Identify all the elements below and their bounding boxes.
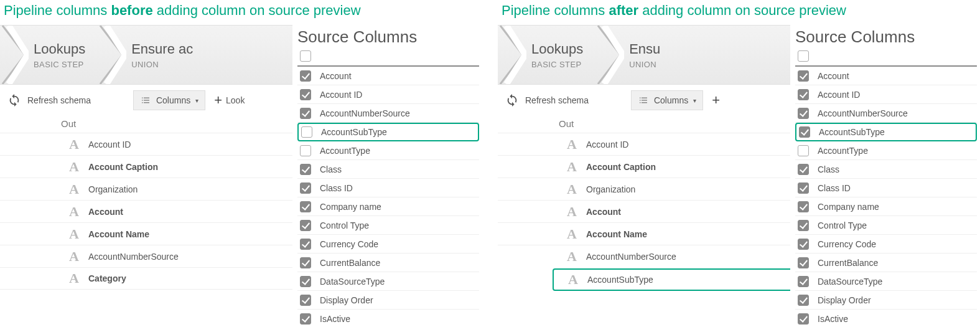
column-checkbox[interactable] xyxy=(301,126,312,138)
source-column-name: Class ID xyxy=(818,183,851,193)
column-checkbox[interactable] xyxy=(300,220,311,231)
step-subtitle: BASIC STEP xyxy=(531,60,582,69)
text-type-icon: A xyxy=(565,249,579,265)
source-columns-list: AccountAccount IDAccountNumberSourceAcco… xyxy=(795,67,977,327)
chevron-icon xyxy=(595,26,624,84)
column-checkbox[interactable] xyxy=(798,276,809,287)
caption-text: Pipeline columns xyxy=(4,2,111,18)
source-columns-panel: Source Columns AccountAccount IDAccountN… xyxy=(292,25,479,327)
step-title: Ensu xyxy=(629,41,660,57)
column-checkbox[interactable] xyxy=(300,108,311,119)
column-checkbox[interactable] xyxy=(798,220,809,231)
column-checkbox[interactable] xyxy=(798,145,809,156)
chevron-icon xyxy=(0,26,29,84)
source-column-row: Control Type xyxy=(795,216,977,235)
text-type-icon: A xyxy=(67,159,81,175)
source-column-name: AccountNumberSource xyxy=(818,108,908,118)
column-checkbox[interactable] xyxy=(300,201,311,212)
source-column-name: Account xyxy=(320,71,352,81)
source-column-row: AccountSubType xyxy=(795,123,977,141)
add-lookup-button[interactable]: + Look xyxy=(214,92,245,108)
column-checkbox[interactable] xyxy=(798,295,809,306)
chevron-icon xyxy=(498,26,526,84)
column-checkbox[interactable] xyxy=(300,257,311,268)
source-column-row: Account ID xyxy=(795,85,977,104)
column-checkbox[interactable] xyxy=(798,108,809,119)
column-checkbox[interactable] xyxy=(300,145,311,156)
source-column-row: CurrentBalance xyxy=(795,254,977,272)
source-column-row: AccountNumberSource xyxy=(297,104,479,123)
source-column-name: AccountType xyxy=(818,146,868,156)
source-column-name: CurrentBalance xyxy=(818,258,878,268)
refresh-schema-button[interactable]: Refresh schema xyxy=(505,93,589,107)
source-column-row: AccountNumberSource xyxy=(795,104,977,123)
text-type-icon: A xyxy=(566,272,580,288)
source-column-name: DataSourceType xyxy=(818,277,882,287)
out-column-name: Account ID xyxy=(88,140,131,149)
column-checkbox[interactable] xyxy=(300,313,311,325)
select-all-checkbox[interactable] xyxy=(300,50,311,62)
columns-dropdown-button[interactable]: Columns ▾ xyxy=(133,90,205,110)
source-column-name: AccountType xyxy=(320,146,370,156)
source-column-name: AccountNumberSource xyxy=(320,108,410,118)
column-checkbox[interactable] xyxy=(799,126,810,138)
source-column-row: Class xyxy=(795,160,977,179)
source-column-row: Display Order xyxy=(297,291,479,310)
source-column-row: IsActive xyxy=(297,310,479,327)
text-type-icon: A xyxy=(67,249,81,265)
list-icon xyxy=(140,95,151,106)
out-column-name: Category xyxy=(88,273,126,283)
caption-after: Pipeline columns after adding column on … xyxy=(498,0,977,25)
column-checkbox[interactable] xyxy=(798,257,809,268)
column-checkbox[interactable] xyxy=(300,164,311,175)
column-checkbox[interactable] xyxy=(798,201,809,212)
select-all-checkbox[interactable] xyxy=(798,50,809,62)
column-checkbox[interactable] xyxy=(300,295,311,306)
column-checkbox[interactable] xyxy=(300,182,311,194)
source-column-name: Class ID xyxy=(320,183,353,193)
column-checkbox[interactable] xyxy=(300,70,311,82)
step-ensure[interactable]: Ensure ac UNION xyxy=(126,35,205,75)
text-type-icon: A xyxy=(565,226,579,242)
out-column-name: Organization xyxy=(88,184,138,194)
source-column-row: AccountSubType xyxy=(297,123,479,141)
step-ensure[interactable]: Ensu UNION xyxy=(624,35,673,75)
refresh-label: Refresh schema xyxy=(27,95,91,105)
add-button[interactable]: + xyxy=(712,92,720,108)
column-checkbox[interactable] xyxy=(798,89,809,100)
source-column-row: Class xyxy=(297,160,479,179)
text-type-icon: A xyxy=(565,181,579,197)
column-checkbox[interactable] xyxy=(300,276,311,287)
source-column-name: Currency Code xyxy=(818,239,876,249)
step-lookups[interactable]: Lookups BASIC STEP xyxy=(526,35,595,75)
refresh-schema-button[interactable]: Refresh schema xyxy=(7,93,91,107)
columns-label: Columns xyxy=(654,95,688,105)
source-column-name: Currency Code xyxy=(320,239,378,249)
step-title: Lookups xyxy=(34,41,85,57)
column-checkbox[interactable] xyxy=(300,89,311,100)
text-type-icon: A xyxy=(565,204,579,220)
column-checkbox[interactable] xyxy=(300,239,311,250)
out-column-name: Account ID xyxy=(586,140,628,149)
column-checkbox[interactable] xyxy=(798,164,809,175)
columns-dropdown-button[interactable]: Columns ▾ xyxy=(631,90,703,110)
source-column-name: Account xyxy=(818,71,849,81)
step-title: Ensure ac xyxy=(131,41,193,57)
column-checkbox[interactable] xyxy=(798,313,809,325)
source-column-name: Account ID xyxy=(320,90,362,100)
step-subtitle: UNION xyxy=(629,60,656,69)
column-checkbox[interactable] xyxy=(798,239,809,250)
caption-before: Pipeline columns before adding column on… xyxy=(0,0,479,25)
chevron-down-icon: ▾ xyxy=(693,97,696,104)
source-column-row: Account xyxy=(297,67,479,85)
source-column-name: CurrentBalance xyxy=(320,258,380,268)
step-lookups[interactable]: Lookups BASIC STEP xyxy=(29,35,98,75)
source-column-row: Class ID xyxy=(795,179,977,197)
chevron-icon xyxy=(98,26,126,84)
source-column-name: Display Order xyxy=(818,295,871,305)
column-checkbox[interactable] xyxy=(798,182,809,194)
chevron-down-icon: ▾ xyxy=(195,97,198,104)
column-checkbox[interactable] xyxy=(798,70,809,82)
out-column-name: Account Name xyxy=(88,229,149,239)
source-column-name: IsActive xyxy=(320,314,350,324)
